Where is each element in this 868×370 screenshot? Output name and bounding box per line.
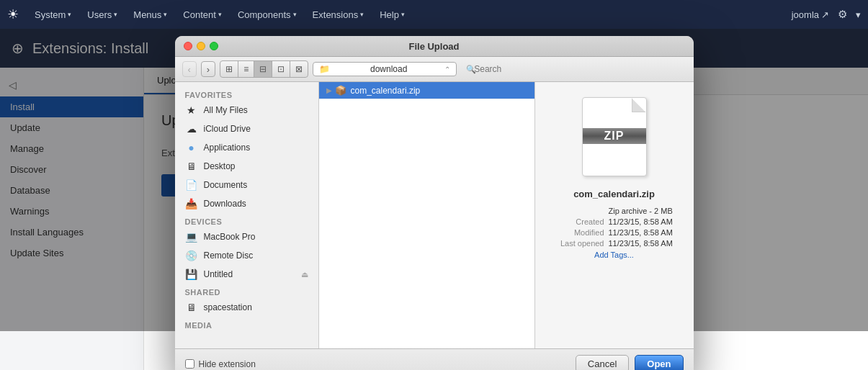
add-tags-link[interactable]: Add Tags... (547, 251, 682, 259)
view-columns-button[interactable]: ⊟ (254, 61, 272, 77)
zip-file-icon: 📦 (335, 85, 346, 96)
dialog-body: Favorites ★ All My Files ☁ iCloud Drive … (175, 82, 694, 348)
documents-icon: 📄 (185, 179, 198, 191)
nav-menus[interactable]: Menus ▾ (127, 6, 173, 23)
created-row: Created 11/23/15, 8:58 AM (547, 217, 682, 226)
sidebar-untitled[interactable]: 💾 Untitled ⏏ (175, 265, 318, 284)
hide-extension-label: Hide extension (199, 359, 256, 369)
applications-icon: ● (185, 142, 198, 153)
dialog-sidebar: Favorites ★ All My Files ☁ iCloud Drive … (175, 82, 319, 348)
nav-help[interactable]: Help ▾ (374, 6, 411, 23)
users-arrow: ▾ (114, 11, 117, 18)
favorites-section-label: Favorites (175, 86, 318, 101)
icons-view-icon: ⊞ (225, 64, 233, 74)
file-name: com_calendari.zip (351, 86, 421, 96)
preview-meta: Zip archive - 2 MB Created 11/23/15, 8:5… (547, 207, 682, 259)
forward-nav-button[interactable]: › (201, 61, 215, 77)
search-wrapper: 🔍 (461, 64, 686, 74)
dialog-footer: Hide extension Cancel Open (175, 348, 694, 370)
type-row: Zip archive - 2 MB (547, 207, 682, 215)
back-nav-button[interactable]: ‹ (182, 61, 197, 77)
maximize-window-button[interactable] (210, 42, 218, 50)
dialog-title: File Upload (408, 41, 459, 52)
window-controls (184, 42, 218, 50)
downloads-icon: 📥 (185, 198, 198, 209)
nav-content[interactable]: Content ▾ (177, 6, 228, 23)
untitled-drive-icon: 💾 (185, 269, 198, 280)
created-value: 11/23/15, 8:58 AM (604, 217, 682, 226)
path-selector[interactable]: 📁 download ⌃ (313, 62, 457, 76)
help-arrow: ▾ (401, 11, 405, 18)
gallery-view-icon: ⊡ (277, 64, 285, 74)
sidebar-macbook-pro[interactable]: 💻 MacBook Pro (175, 227, 318, 246)
sidebar-remote-disc[interactable]: 💿 Remote Disc (175, 246, 318, 265)
components-arrow: ▾ (293, 11, 297, 18)
modified-value: 11/23/15, 8:58 AM (604, 228, 682, 237)
joomla-link[interactable]: joomla ↗ (792, 9, 829, 20)
extensions-arrow: ▾ (360, 11, 364, 18)
menus-arrow: ▾ (164, 11, 167, 18)
spacestation-icon: 🖥 (185, 302, 198, 313)
modified-row: Modified 11/23/15, 8:58 AM (547, 228, 682, 237)
close-window-button[interactable] (184, 42, 192, 50)
dialog-preview-panel: ZIP com_calendari.zip Zip archive - 2 MB… (535, 82, 694, 348)
modified-label: Modified (547, 228, 604, 237)
modal-overlay: File Upload ‹ › ⊞ ≡ ⊟ (0, 29, 868, 331)
list-view-icon: ≡ (243, 64, 249, 74)
eject-icon[interactable]: ⏏ (301, 270, 308, 279)
last-opened-row: Last opened 11/23/15, 8:58 AM (547, 239, 682, 248)
open-button[interactable]: Open (635, 355, 683, 370)
search-input[interactable] (461, 64, 686, 74)
nav-users[interactable]: Users ▾ (81, 6, 123, 23)
dialog-titlebar: File Upload (175, 36, 694, 57)
cancel-button[interactable]: Cancel (576, 355, 629, 370)
nav-components[interactable]: Components ▾ (232, 6, 303, 23)
minimize-window-button[interactable] (197, 42, 205, 50)
user-menu-arrow[interactable]: ▾ (856, 9, 861, 20)
gear-icon[interactable]: ⚙ (838, 8, 847, 21)
sidebar-applications[interactable]: ● Applications (175, 138, 318, 157)
type-value: Zip archive - 2 MB (604, 207, 682, 215)
view-list-button[interactable]: ≡ (238, 61, 254, 77)
last-opened-label: Last opened (547, 239, 604, 248)
sidebar-spacestation[interactable]: 🖥 spacestation (175, 298, 318, 317)
external-link-icon: ↗ (821, 9, 829, 20)
devices-section-label: Devices (175, 213, 318, 227)
dialog-files-panel: ▶ 📦 com_calendari.zip (319, 82, 535, 348)
all-my-files-icon: ★ (185, 104, 198, 116)
view-gallery-button[interactable]: ⊡ (272, 61, 290, 77)
nav-extensions[interactable]: Extensions ▾ (307, 6, 370, 23)
page-corner (632, 98, 646, 112)
desktop-icon: 🖥 (185, 161, 198, 172)
sidebar-all-my-files[interactable]: ★ All My Files (175, 101, 318, 119)
zip-icon-container: ZIP (575, 94, 654, 180)
macbook-icon: 💻 (185, 231, 198, 243)
shared-section-label: Shared (175, 284, 318, 298)
sidebar-documents[interactable]: 📄 Documents (175, 176, 318, 194)
file-row[interactable]: ▶ 📦 com_calendari.zip (319, 82, 534, 99)
zip-stripe: ZIP (583, 128, 646, 144)
view-coverflow-button[interactable]: ⊠ (290, 61, 308, 77)
nav-system[interactable]: System ▾ (29, 6, 77, 23)
remote-disc-icon: 💿 (185, 250, 198, 261)
dialog-toolbar: ‹ › ⊞ ≡ ⊟ ⊡ (175, 57, 694, 82)
sidebar-desktop[interactable]: 🖥 Desktop (175, 157, 318, 176)
topbar-right: joomla ↗ ⚙ ▾ (792, 8, 861, 21)
coverflow-view-icon: ⊠ (295, 64, 303, 74)
zip-label: ZIP (604, 130, 625, 143)
hide-extension-checkbox[interactable] (185, 359, 194, 369)
joomla-logo: ☀ (7, 6, 19, 22)
content-arrow: ▾ (218, 11, 222, 18)
preview-filename: com_calendari.zip (573, 189, 655, 199)
sidebar-downloads[interactable]: 📥 Downloads (175, 194, 318, 213)
system-arrow: ▾ (68, 11, 71, 18)
columns-view-icon: ⊟ (259, 64, 267, 74)
sidebar-icloud-drive[interactable]: ☁ iCloud Drive (175, 119, 318, 138)
main-layout: ◁ Install Update Manage Discover Databas… (0, 68, 868, 370)
view-icons-button[interactable]: ⊞ (220, 61, 238, 77)
hide-extension-row: Hide extension (185, 359, 256, 369)
topbar: ☀ System ▾ Users ▾ Menus ▾ Content ▾ Com… (0, 0, 868, 29)
zip-file-visual: ZIP (582, 97, 647, 176)
icloud-icon: ☁ (185, 123, 198, 135)
search-icon: 🔍 (466, 65, 476, 74)
